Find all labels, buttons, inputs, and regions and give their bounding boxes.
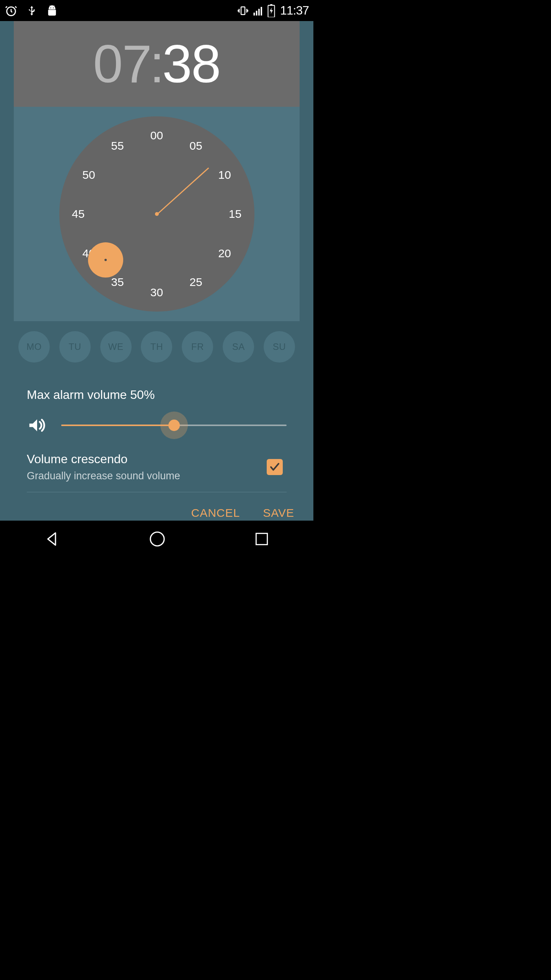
svg-point-2 [53, 7, 54, 8]
cancel-button[interactable]: CANCEL [191, 506, 240, 519]
svg-rect-7 [261, 7, 262, 16]
signal-icon [253, 5, 264, 16]
dial-tick-05[interactable]: 05 [189, 139, 202, 152]
dial-pivot [155, 212, 159, 216]
vibrate-icon [236, 5, 249, 16]
volume-icon [27, 415, 47, 436]
dial-tick-55[interactable]: 55 [111, 139, 124, 152]
dial-tick-35[interactable]: 35 [111, 276, 124, 289]
dialog-actions: CANCEL SAVE [191, 506, 294, 519]
status-bar: 11:37 [0, 0, 313, 21]
crescendo-checkbox[interactable] [267, 459, 283, 475]
slider-thumb [168, 420, 180, 431]
hour-picker[interactable]: 07 [93, 37, 151, 91]
dial-tick-00[interactable]: 00 [150, 129, 163, 142]
day-toggle-sa[interactable]: SA [223, 331, 254, 363]
volume-crescendo-row[interactable]: Volume crescendo Gradually increase soun… [27, 452, 287, 492]
alarm-icon [5, 4, 18, 17]
svg-rect-9 [270, 4, 272, 5]
svg-rect-3 [241, 7, 245, 15]
svg-point-1 [51, 7, 51, 8]
day-toggle-tu[interactable]: TU [59, 331, 91, 363]
nav-recent-icon[interactable] [253, 531, 270, 547]
alarm-editor-screen: 07 : 38 000510152025303540455055 MOTUWET… [0, 21, 313, 521]
dial-knob[interactable] [88, 242, 123, 278]
slider-fill [61, 425, 174, 426]
dial-tick-15[interactable]: 15 [229, 207, 241, 220]
minute-dial[interactable]: 000510152025303540455055 [59, 116, 254, 312]
max-volume-label: Max alarm volume 50% [27, 388, 287, 402]
crescendo-subtitle: Gradually increase sound volume [27, 470, 267, 482]
nav-back-icon[interactable] [43, 530, 62, 548]
dial-tick-25[interactable]: 25 [189, 276, 202, 289]
day-toggle-we[interactable]: WE [100, 331, 132, 363]
android-nav-bar [0, 521, 313, 557]
repeat-days-row: MOTUWETHFRSASU [14, 330, 300, 364]
day-toggle-fr[interactable]: FR [182, 331, 213, 363]
nav-home-icon[interactable] [148, 530, 166, 548]
day-toggle-th[interactable]: TH [141, 331, 172, 363]
status-time: 11:37 [280, 3, 309, 18]
svg-point-10 [150, 532, 164, 546]
battery-charging-icon [267, 4, 276, 17]
time-display: 07 : 38 [14, 21, 300, 107]
svg-rect-5 [256, 11, 258, 16]
crescendo-title: Volume crescendo [27, 452, 267, 466]
day-toggle-su[interactable]: SU [264, 331, 295, 363]
volume-slider[interactable] [61, 424, 287, 427]
dial-tick-20[interactable]: 20 [218, 247, 231, 260]
dial-hand [157, 167, 209, 214]
dial-tick-45[interactable]: 45 [72, 207, 85, 220]
day-toggle-mo[interactable]: MO [18, 331, 50, 363]
save-button[interactable]: SAVE [263, 506, 294, 519]
clock-dial-panel: 000510152025303540455055 [14, 107, 300, 321]
usb-icon [26, 4, 37, 17]
svg-rect-6 [258, 9, 260, 16]
dial-tick-30[interactable]: 30 [150, 286, 163, 299]
max-volume-section: Max alarm volume 50% [27, 388, 287, 436]
svg-rect-11 [256, 533, 267, 544]
time-colon: : [150, 37, 164, 91]
android-debug-icon [46, 5, 58, 17]
minute-picker[interactable]: 38 [162, 37, 220, 91]
svg-rect-4 [253, 13, 255, 16]
dial-tick-10[interactable]: 10 [218, 168, 231, 181]
dial-tick-50[interactable]: 50 [82, 168, 95, 181]
